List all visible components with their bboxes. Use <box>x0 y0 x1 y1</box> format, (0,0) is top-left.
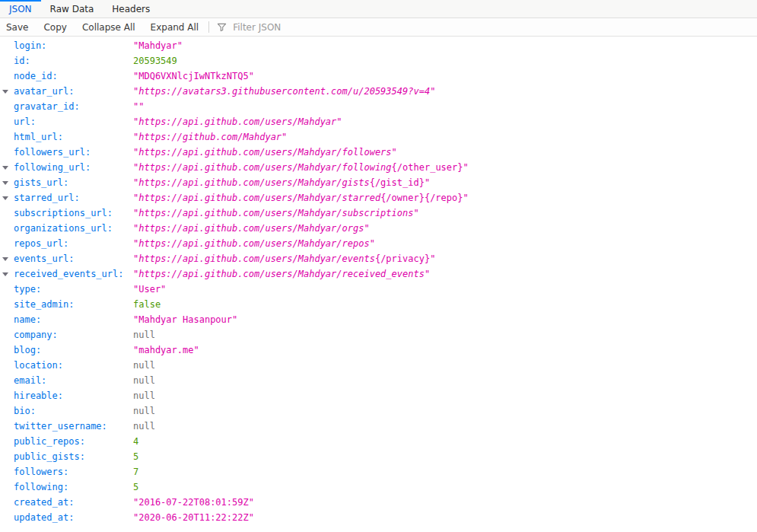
json-value: "https://api.github.com/users/Mahdyar/fo… <box>133 162 469 173</box>
json-value: 5 <box>133 451 138 462</box>
close-quote: " <box>463 162 469 173</box>
json-value: "https://avatars3.githubusercontent.com/… <box>133 86 435 97</box>
json-url-link[interactable]: https://api.github.com/users/Mahdyar/gis… <box>138 177 369 188</box>
json-key: repos_url: <box>14 236 133 251</box>
json-value: 7 <box>133 467 138 477</box>
json-row-gists_url: gists_url:"https://api.github.com/users/… <box>0 175 757 190</box>
toolbar-separator <box>208 21 209 33</box>
json-key: created_at: <box>14 495 133 510</box>
url-template-suffix: {/owner}{/repo} <box>380 193 463 203</box>
number-value: 5 <box>133 482 138 492</box>
json-row-gravatar_id: gravatar_id:"" <box>0 99 757 114</box>
tab-raw-data[interactable]: Raw Data <box>41 0 103 18</box>
funnel-icon <box>217 22 227 32</box>
json-row-public_repos: public_repos:4 <box>0 434 757 449</box>
json-value: "2016-07-22T08:01:59Z" <box>133 497 254 508</box>
close-quote: " <box>463 193 469 203</box>
json-key: public_gists: <box>14 449 133 464</box>
json-row-twitter_username: twitter_username:null <box>0 419 757 434</box>
json-value: false <box>133 299 161 310</box>
json-value: 4 <box>133 436 138 447</box>
json-row-site_admin: site_admin:false <box>0 297 757 312</box>
string-value: "User" <box>133 284 166 295</box>
json-key: avatar_url: <box>14 84 133 99</box>
json-key: blog: <box>14 342 133 358</box>
json-row-company: company:null <box>0 327 757 342</box>
json-value: 5 <box>133 482 138 492</box>
json-value: "https://api.github.com/users/Mahdyar/st… <box>133 193 469 203</box>
json-url-link[interactable]: https://api.github.com/users/Mahdyar/sta… <box>138 193 380 203</box>
json-value: "https://github.com/Mahdyar" <box>133 132 287 142</box>
json-url-link[interactable]: https://api.github.com/users/Mahdyar/org… <box>138 223 364 234</box>
json-value: "Mahdyar" <box>133 40 183 51</box>
collapse-all-button[interactable]: Collapse All <box>75 18 143 36</box>
json-key: gravatar_id: <box>14 99 133 114</box>
json-value: "https://api.github.com/users/Mahdyar/re… <box>133 269 430 279</box>
filter-json-input[interactable] <box>231 18 757 36</box>
close-quote: " <box>281 132 287 142</box>
json-key: html_url: <box>14 129 133 145</box>
json-key: location: <box>14 358 133 373</box>
collapse-twisty-icon[interactable] <box>2 90 8 94</box>
json-value: "" <box>133 101 144 112</box>
collapse-twisty-icon[interactable] <box>2 181 8 185</box>
json-url-link[interactable]: https://api.github.com/users/Mahdyar/rec… <box>138 269 425 279</box>
json-value: "User" <box>133 284 166 295</box>
json-row-node_id: node_id:"MDQ6VXNlcjIwNTkzNTQ5" <box>0 68 757 84</box>
json-viewer-panel: login:"Mahdyar"id:20593549node_id:"MDQ6V… <box>0 37 757 525</box>
number-value: 4 <box>133 436 138 447</box>
json-key: starred_url: <box>14 190 133 205</box>
json-key: followers_url: <box>14 145 133 160</box>
json-row-updated_at: updated_at:"2020-06-20T11:22:22Z" <box>0 510 757 525</box>
close-quote: " <box>430 86 435 97</box>
string-value: "2020-06-20T11:22:22Z" <box>133 512 254 523</box>
json-url-link[interactable]: https://avatars3.githubusercontent.com/u… <box>138 86 430 97</box>
json-key: public_repos: <box>14 434 133 449</box>
json-url-link[interactable]: https://api.github.com/users/Mahdyar/rep… <box>138 238 369 249</box>
json-url-link[interactable]: https://github.com/Mahdyar <box>138 132 281 142</box>
null-value: null <box>133 390 155 401</box>
save-button[interactable]: Save <box>0 18 36 36</box>
json-url-link[interactable]: https://api.github.com/users/Mahdyar <box>138 116 336 127</box>
json-url-link[interactable]: https://api.github.com/users/Mahdyar/fol… <box>138 147 391 158</box>
json-row-email: email:null <box>0 373 757 388</box>
expand-all-button[interactable]: Expand All <box>143 18 207 36</box>
json-value: 20593549 <box>133 56 177 66</box>
json-url-link[interactable]: https://api.github.com/users/Mahdyar/eve… <box>138 253 375 264</box>
json-value: "https://api.github.com/users/Mahdyar/re… <box>133 238 375 249</box>
json-row-created_at: created_at:"2016-07-22T08:01:59Z" <box>0 495 757 510</box>
json-key: twitter_username: <box>14 419 133 434</box>
json-row-public_gists: public_gists:5 <box>0 449 757 464</box>
close-quote: " <box>392 147 397 158</box>
tab-headers[interactable]: Headers <box>103 0 159 18</box>
json-key: name: <box>14 312 133 327</box>
string-value: "MDQ6VXNlcjIwNTkzNTQ5" <box>133 71 254 81</box>
json-key: organizations_url: <box>14 221 133 236</box>
copy-button[interactable]: Copy <box>36 18 74 36</box>
json-row-events_url: events_url:"https://api.github.com/users… <box>0 251 757 266</box>
json-key: following: <box>14 479 133 495</box>
json-value: "MDQ6VXNlcjIwNTkzNTQ5" <box>133 71 254 81</box>
json-row-subscriptions_url: subscriptions_url:"https://api.github.co… <box>0 205 757 221</box>
tab-json[interactable]: JSON <box>0 0 41 18</box>
json-url-link[interactable]: https://api.github.com/users/Mahdyar/fol… <box>138 162 391 173</box>
collapse-twisty-icon[interactable] <box>2 196 8 200</box>
string-value: "" <box>133 101 144 112</box>
close-quote: " <box>430 253 435 264</box>
null-value: null <box>133 330 155 340</box>
json-key: site_admin: <box>14 297 133 312</box>
json-url-link[interactable]: https://api.github.com/users/Mahdyar/sub… <box>138 208 413 218</box>
json-value: "https://api.github.com/users/Mahdyar/gi… <box>133 177 430 188</box>
collapse-twisty-icon[interactable] <box>2 166 8 170</box>
json-row-followers_url: followers_url:"https://api.github.com/us… <box>0 145 757 160</box>
json-row-following_url: following_url:"https://api.github.com/us… <box>0 160 757 175</box>
collapse-twisty-icon[interactable] <box>2 272 8 276</box>
filter-json-field <box>212 18 757 36</box>
collapse-twisty-icon[interactable] <box>2 257 8 261</box>
close-quote: " <box>413 208 418 218</box>
string-value: "mahdyar.me" <box>133 345 199 355</box>
null-value: null <box>133 421 155 432</box>
toolbar-buttons: SaveCopyCollapse AllExpand All <box>0 18 206 36</box>
json-row-blog: blog:"mahdyar.me" <box>0 342 757 358</box>
json-key: node_id: <box>14 68 133 84</box>
